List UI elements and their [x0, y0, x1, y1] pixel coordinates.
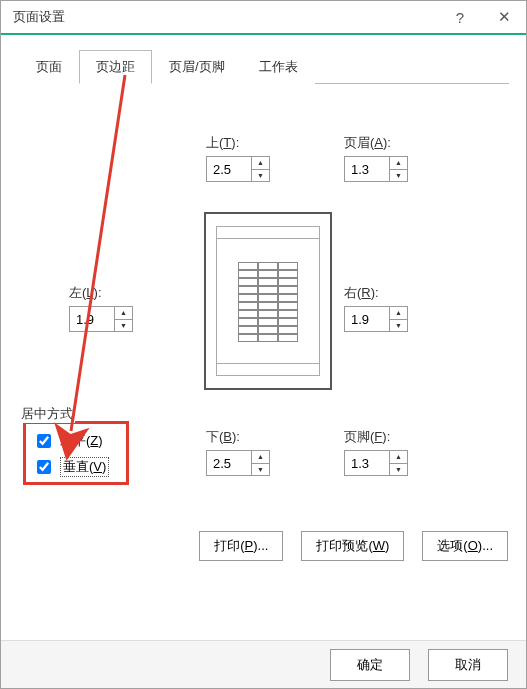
spin-right[interactable]: ▲▼ — [344, 306, 408, 332]
input-header[interactable] — [345, 157, 389, 181]
checkbox-horizontal-label: 水平(Z) — [60, 432, 103, 450]
tab-sheet[interactable]: 工作表 — [242, 50, 315, 84]
checkbox-vertical-label: 垂直(V) — [60, 457, 109, 477]
window-title: 页面设置 — [13, 8, 438, 26]
checkbox-horizontal-input[interactable] — [37, 434, 51, 448]
label-top: 上(T): — [206, 134, 270, 152]
close-button[interactable]: ✕ — [482, 1, 526, 33]
input-top[interactable] — [207, 157, 251, 181]
print-preview-button[interactable]: 打印预览(W) — [301, 531, 404, 561]
spin-left[interactable]: ▲▼ — [69, 306, 133, 332]
input-bottom[interactable] — [207, 451, 251, 475]
spin-top[interactable]: ▲▼ — [206, 156, 270, 182]
checkbox-vertical[interactable]: 垂直(V) — [33, 457, 109, 477]
print-button[interactable]: 打印(P)... — [199, 531, 283, 561]
input-footer[interactable] — [345, 451, 389, 475]
tab-headerfooter[interactable]: 页眉/页脚 — [152, 50, 242, 84]
tab-page[interactable]: 页面 — [19, 50, 79, 84]
spin-down-icon[interactable]: ▼ — [390, 320, 407, 332]
spin-bottom[interactable]: ▲▼ — [206, 450, 270, 476]
label-left: 左(L): — [69, 284, 133, 302]
spin-down-icon[interactable]: ▼ — [252, 464, 269, 476]
spin-up-icon[interactable]: ▲ — [390, 451, 407, 464]
checkbox-vertical-input[interactable] — [37, 460, 51, 474]
label-bottom: 下(B): — [206, 428, 270, 446]
spin-footer[interactable]: ▲▼ — [344, 450, 408, 476]
label-footer: 页脚(F): — [344, 428, 408, 446]
label-center-group: 居中方式 — [19, 405, 75, 423]
tab-strip: 页面 页边距 页眉/页脚 工作表 — [19, 49, 509, 84]
options-button[interactable]: 选项(O)... — [422, 531, 508, 561]
input-right[interactable] — [345, 307, 389, 331]
cancel-button[interactable]: 取消 — [428, 649, 508, 681]
page-preview — [204, 212, 332, 390]
label-right: 右(R): — [344, 284, 408, 302]
spin-header[interactable]: ▲▼ — [344, 156, 408, 182]
spin-up-icon[interactable]: ▲ — [252, 451, 269, 464]
checkbox-horizontal[interactable]: 水平(Z) — [33, 431, 103, 451]
spin-down-icon[interactable]: ▼ — [115, 320, 132, 332]
preview-grid-icon — [238, 262, 300, 342]
label-header: 页眉(A): — [344, 134, 408, 152]
tab-margins[interactable]: 页边距 — [79, 50, 152, 84]
spin-down-icon[interactable]: ▼ — [252, 170, 269, 182]
page-setup-dialog: 页面设置 ? ✕ 页面 页边距 页眉/页脚 工作表 上(T): ▲▼ 页眉(A)… — [0, 0, 527, 689]
action-buttons: 打印(P)... 打印预览(W) 选项(O)... — [199, 531, 508, 561]
spin-up-icon[interactable]: ▲ — [115, 307, 132, 320]
spin-down-icon[interactable]: ▼ — [390, 464, 407, 476]
spin-down-icon[interactable]: ▼ — [390, 170, 407, 182]
titlebar: 页面设置 ? ✕ — [1, 1, 526, 35]
spin-up-icon[interactable]: ▲ — [390, 157, 407, 170]
spin-up-icon[interactable]: ▲ — [390, 307, 407, 320]
help-button[interactable]: ? — [438, 1, 482, 33]
input-left[interactable] — [70, 307, 114, 331]
dialog-footer: 确定 取消 — [1, 640, 526, 688]
ok-button[interactable]: 确定 — [330, 649, 410, 681]
spin-up-icon[interactable]: ▲ — [252, 157, 269, 170]
